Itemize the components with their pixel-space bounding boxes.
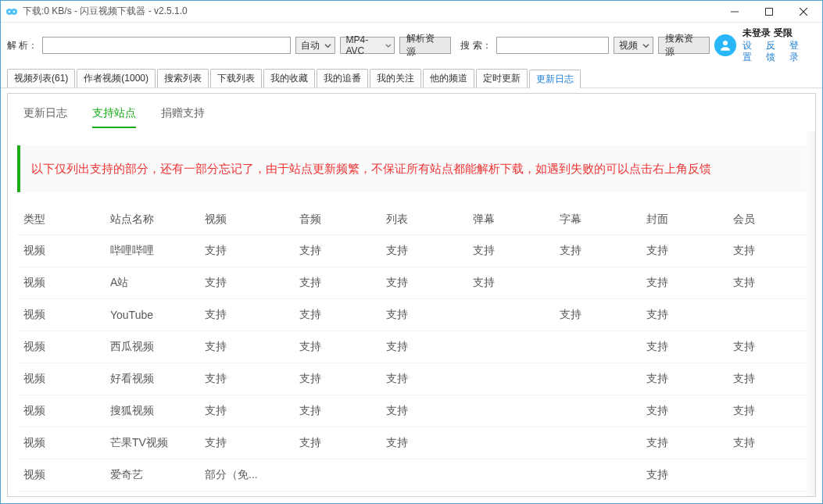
cell xyxy=(553,266,640,298)
cell xyxy=(467,298,553,331)
cell: 支持 xyxy=(199,298,293,331)
mode-select[interactable]: 自动 xyxy=(295,37,336,54)
chevron-down-icon xyxy=(642,42,649,49)
cell: 支持 xyxy=(727,491,806,496)
sub-tab[interactable]: 支持站点 xyxy=(92,106,136,128)
table-row: 视频芒果TV视频支持支持支持支持支持 xyxy=(17,427,806,459)
cell: 支持 xyxy=(199,234,293,266)
cell: 视频 xyxy=(17,266,104,298)
cell: 支持 xyxy=(380,427,467,459)
cell: 视频 xyxy=(17,298,104,331)
cell xyxy=(553,491,640,496)
app-window: 下载:0 KB/s - 闪豆视频下载器 - v2.5.1.0 解 析： 自动 M… xyxy=(0,0,823,504)
cell: 腾讯视频 xyxy=(104,491,199,496)
table-row: 视频腾讯视频部分支持支持 xyxy=(17,491,806,496)
cell xyxy=(467,459,553,491)
table-row: 视频哔哩哔哩支持支持支持支持支持支持支持 xyxy=(17,234,806,266)
cell: 支持 xyxy=(293,266,380,298)
cell xyxy=(553,459,640,491)
cell: 支持 xyxy=(380,266,467,298)
notice-banner: 以下仅列出支持的部分，还有一部分忘记了，由于站点更新频繁，不保证所有站点都能解析… xyxy=(17,145,806,192)
cell xyxy=(553,363,640,395)
cell: 支持 xyxy=(640,331,727,363)
cell xyxy=(467,363,553,395)
parse-label: 解 析： xyxy=(7,39,38,52)
cell: 视频 xyxy=(17,363,104,395)
feedback-link[interactable]: 反馈 xyxy=(766,40,785,64)
content-area: 更新日志支持站点捐赠支持 以下仅列出支持的部分，还有一部分忘记了，由于站点更新频… xyxy=(1,88,822,503)
cell: 支持 xyxy=(293,395,380,427)
cell: YouTube xyxy=(104,298,199,331)
table-row: 视频爱奇艺部分（免...支持 xyxy=(17,459,806,491)
table-row: 视频A站支持支持支持支持支持支持 xyxy=(17,266,806,298)
cell: 芒果TV视频 xyxy=(104,427,199,459)
cell: 支持 xyxy=(467,266,553,298)
cell xyxy=(467,331,553,363)
cell: 支持 xyxy=(640,459,727,491)
main-tab[interactable]: 搜索列表 xyxy=(157,69,209,88)
media-select-value: 视频 xyxy=(619,39,638,52)
cell: 支持 xyxy=(293,427,380,459)
column-header: 字幕 xyxy=(553,205,640,235)
cell: 支持 xyxy=(727,427,806,459)
cell: 搜狐视频 xyxy=(104,395,199,427)
column-header: 视频 xyxy=(199,205,293,235)
support-table: 类型站点名称视频音频列表弹幕字幕封面会员 视频哔哩哔哩支持支持支持支持支持支持支… xyxy=(17,205,806,496)
main-tab[interactable]: 我的收藏 xyxy=(263,69,315,88)
search-button[interactable]: 搜索资源 xyxy=(658,37,710,54)
format-select-value: MP4-AVC xyxy=(345,34,380,56)
settings-link[interactable]: 设置 xyxy=(742,40,761,64)
close-button[interactable] xyxy=(786,2,821,22)
toolbar: 解 析： 自动 MP4-AVC 解析资源 搜 索： 视频 搜索资源 未登录 受限… xyxy=(1,23,822,69)
parse-button[interactable]: 解析资源 xyxy=(399,37,451,54)
main-tab[interactable]: 定时更新 xyxy=(476,69,528,88)
svg-point-8 xyxy=(723,41,728,45)
user-icon xyxy=(718,38,732,52)
search-input[interactable] xyxy=(496,37,609,54)
cell: A站 xyxy=(104,266,199,298)
cell: 支持 xyxy=(727,234,806,266)
sub-tab[interactable]: 捐赠支持 xyxy=(161,106,205,128)
main-tab[interactable]: 作者视频(1000) xyxy=(77,69,156,88)
maximize-button[interactable] xyxy=(752,2,786,22)
cell: 视频 xyxy=(17,491,104,496)
column-header: 站点名称 xyxy=(104,205,199,235)
sub-tabs: 更新日志支持站点捐赠支持 xyxy=(8,94,815,133)
cell: 支持 xyxy=(640,298,727,331)
cell: 哔哩哔哩 xyxy=(104,234,199,266)
main-tab[interactable]: 我的关注 xyxy=(370,69,421,88)
main-tab[interactable]: 视频列表(61) xyxy=(7,69,75,88)
parse-input[interactable] xyxy=(42,37,290,54)
cell xyxy=(727,459,806,491)
cell: 支持 xyxy=(199,427,293,459)
format-select[interactable]: MP4-AVC xyxy=(340,37,395,54)
login-status: 未登录 受限 xyxy=(742,27,792,40)
cell xyxy=(553,395,640,427)
cell xyxy=(380,491,467,496)
user-area: 未登录 受限 设置 反馈 登录 xyxy=(714,27,816,64)
avatar[interactable] xyxy=(714,34,736,56)
minimize-button[interactable] xyxy=(717,2,752,22)
cell: 支持 xyxy=(727,331,806,363)
media-select[interactable]: 视频 xyxy=(614,37,654,54)
cell: 部分（免... xyxy=(199,459,293,491)
cell: 支持 xyxy=(380,234,467,266)
main-tab[interactable]: 他的频道 xyxy=(423,69,474,88)
cell: 支持 xyxy=(380,363,467,395)
main-tab[interactable]: 下载列表 xyxy=(210,69,262,88)
login-link[interactable]: 登录 xyxy=(789,40,808,64)
support-table-wrap[interactable]: 类型站点名称视频音频列表弹幕字幕封面会员 视频哔哩哔哩支持支持支持支持支持支持支… xyxy=(8,205,815,496)
cell xyxy=(467,427,553,459)
search-label: 搜 索： xyxy=(460,39,491,52)
sub-tab[interactable]: 更新日志 xyxy=(23,106,67,128)
cell: 视频 xyxy=(17,427,104,459)
cell xyxy=(467,395,553,427)
cell: 好看视频 xyxy=(104,363,199,395)
cell: 视频 xyxy=(17,234,104,266)
main-tab[interactable]: 更新日志 xyxy=(529,70,581,88)
cell xyxy=(467,491,553,496)
cell: 支持 xyxy=(199,363,293,395)
cell: 支持 xyxy=(640,491,727,496)
main-tab[interactable]: 我的追番 xyxy=(317,69,368,88)
cell: 支持 xyxy=(640,363,727,395)
